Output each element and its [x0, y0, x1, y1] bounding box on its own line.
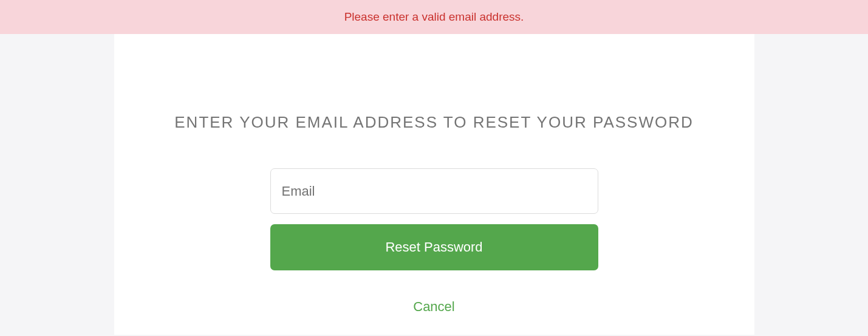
email-field[interactable] [270, 168, 598, 214]
error-banner: Please enter a valid email address. [0, 0, 868, 34]
cancel-link[interactable]: Cancel [270, 299, 598, 315]
reset-form: Reset Password Cancel [270, 168, 598, 315]
page-heading: ENTER YOUR EMAIL ADDRESS TO RESET YOUR P… [114, 112, 754, 133]
reset-password-card: ENTER YOUR EMAIL ADDRESS TO RESET YOUR P… [114, 34, 754, 335]
reset-password-button[interactable]: Reset Password [270, 224, 598, 270]
error-message: Please enter a valid email address. [344, 10, 524, 23]
